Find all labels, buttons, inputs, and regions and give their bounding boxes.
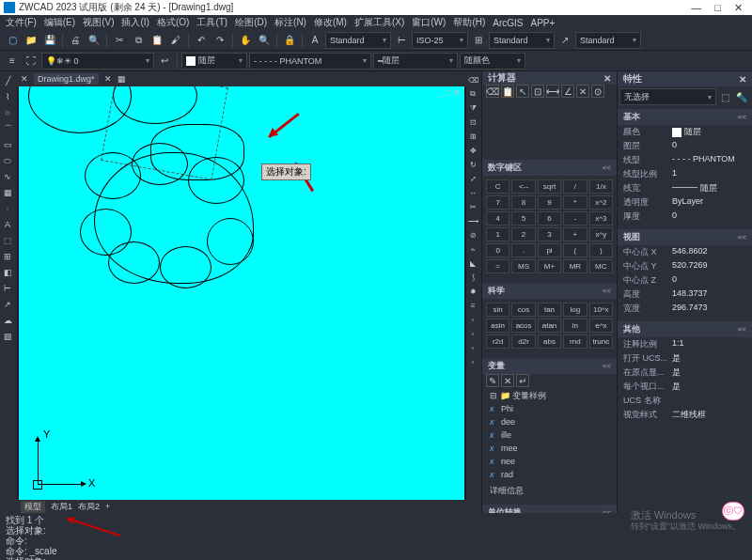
key-ln[interactable]: ln	[563, 319, 587, 333]
key-6[interactable]: 6	[538, 211, 561, 226]
ellipse-tool[interactable]: ⬭	[0, 153, 15, 168]
key-x^3[interactable]: x^3	[589, 211, 613, 226]
extend-tool[interactable]: ⟶	[466, 214, 479, 227]
stretch-tool[interactable]: ↔	[466, 186, 479, 199]
table-tool[interactable]: ⊞	[0, 249, 15, 264]
pan-button[interactable]: ✋	[237, 32, 254, 49]
dimstyle-icon[interactable]: ⊢	[393, 32, 410, 49]
prop-row[interactable]: 每个视口...是	[618, 380, 752, 394]
minimize-button[interactable]: —	[691, 2, 701, 14]
var-send-icon[interactable]: ↵	[516, 374, 529, 387]
menu-arcgis[interactable]: ArcGIS	[491, 18, 525, 28]
menu-help[interactable]: 帮助(H)	[451, 16, 487, 29]
calc-close[interactable]: ✕	[603, 73, 611, 84]
tablestyle-icon[interactable]: ⊞	[470, 32, 487, 49]
menu-tools[interactable]: 工具(T)	[195, 16, 229, 29]
prop-row[interactable]: 中心点 Y520.7269	[618, 259, 752, 273]
prop-row[interactable]: 在原点显...是	[618, 366, 752, 380]
region-tool[interactable]: ◧	[0, 265, 15, 280]
key-abs[interactable]: abs	[538, 334, 561, 349]
key-pi[interactable]: pi	[538, 243, 561, 257]
key-*[interactable]: *	[563, 195, 587, 210]
prop-row[interactable]: 线型比例1	[618, 167, 752, 181]
mleader-dropdown[interactable]: Standard	[575, 32, 641, 49]
tab-model[interactable]: 模型	[21, 501, 45, 513]
prop-row[interactable]: 厚度0	[618, 210, 752, 224]
scale-tool[interactable]: ⤢	[466, 172, 479, 185]
mleader-icon[interactable]: ↗	[556, 32, 573, 49]
var-edit-icon[interactable]: ✕	[501, 374, 514, 387]
offset-tool[interactable]: ⊡	[466, 116, 479, 129]
text-tool[interactable]: A	[0, 217, 15, 232]
selection-dropdown[interactable]: 无选择	[619, 88, 716, 105]
calc-pt-icon[interactable]: ⊡	[531, 85, 544, 98]
key-d2r[interactable]: d2r	[511, 334, 535, 349]
dim-tool[interactable]: ⊢	[0, 281, 15, 296]
doc-min[interactable]: _	[440, 88, 445, 98]
key-M+[interactable]: M+	[538, 259, 561, 273]
pickadd-icon[interactable]: 🔦	[733, 88, 750, 105]
key-7[interactable]: 7	[486, 195, 509, 210]
explode-tool[interactable]: ✸	[466, 285, 479, 298]
prop-row[interactable]: 线型- - - - PHANTOM	[618, 153, 752, 167]
var-ille[interactable]: ille	[490, 428, 609, 442]
leader-tool[interactable]: ↗	[0, 297, 15, 312]
calc-help-icon[interactable]: ✕	[576, 85, 589, 98]
dimstyle-dropdown[interactable]: ISO-25	[412, 32, 468, 49]
key-1/x[interactable]: 1/x	[589, 179, 613, 194]
key-x^2[interactable]: x^2	[589, 195, 613, 210]
key-log[interactable]: log	[563, 303, 587, 317]
new-button[interactable]: ▢	[4, 32, 21, 49]
cut-button[interactable]: ✂	[111, 32, 128, 49]
plotstyle-dropdown[interactable]: 随颜色	[460, 53, 525, 70]
prop-row[interactable]: UCS 名称	[618, 394, 752, 408]
key-<--[interactable]: <--	[511, 179, 535, 194]
more-2[interactable]: ▫	[466, 327, 479, 340]
calc-pick-icon[interactable]: ↖	[516, 85, 529, 98]
prop-row[interactable]: 宽度296.7473	[618, 302, 752, 316]
redo-button[interactable]: ↷	[212, 32, 228, 49]
props-sec-other[interactable]: 其他	[618, 321, 752, 337]
doc-max[interactable]: □	[446, 88, 451, 98]
break-tool[interactable]: ⊘	[466, 228, 479, 241]
menu-modify[interactable]: 修改(M)	[312, 16, 349, 29]
menu-draw[interactable]: 绘图(D)	[233, 16, 269, 29]
key-C[interactable]: C	[486, 179, 509, 194]
key-/[interactable]: /	[563, 179, 587, 194]
menu-view[interactable]: 视图(V)	[81, 16, 116, 29]
key-5[interactable]: 5	[511, 211, 535, 226]
menu-file[interactable]: 文件(F)	[4, 16, 39, 29]
copy-button[interactable]: ⧉	[130, 32, 147, 49]
more-1[interactable]: ▫	[466, 313, 479, 326]
menu-edit[interactable]: 编辑(E)	[42, 16, 77, 29]
key-acos[interactable]: acos	[511, 319, 535, 333]
block-tool[interactable]: ⬚	[0, 233, 15, 248]
key-9[interactable]: 9	[538, 195, 561, 210]
mirror-tool[interactable]: ⧩	[466, 101, 479, 115]
key-0[interactable]: 0	[486, 243, 509, 257]
menu-dimension[interactable]: 标注(N)	[273, 16, 308, 29]
erase-tool[interactable]: ⌫	[466, 73, 479, 86]
wipeout-tool[interactable]: ▨	[0, 329, 15, 344]
hatch-tool[interactable]: ▦	[0, 185, 15, 200]
doc-close[interactable]: ✕	[453, 88, 461, 98]
key-.[interactable]: .	[511, 243, 535, 257]
var-rad[interactable]: rad	[490, 468, 609, 481]
layer-dropdown[interactable]: 💡❄☀ 0	[41, 53, 154, 70]
key-2[interactable]: 2	[511, 227, 535, 241]
prop-row[interactable]: 打开 UCS...是	[618, 351, 752, 366]
prop-row[interactable]: 高度148.3737	[618, 288, 752, 302]
linetype-dropdown[interactable]: - - - - - PHANTOM	[249, 53, 371, 70]
preview-button[interactable]: 🔍	[86, 32, 102, 49]
polyline-tool[interactable]: ⌇	[0, 89, 15, 104]
key-x^y[interactable]: x^y	[589, 227, 613, 241]
circle-tool[interactable]: ○	[0, 105, 15, 120]
color-dropdown[interactable]: 随层	[181, 53, 247, 70]
menu-express[interactable]: 扩展工具(X)	[352, 16, 406, 29]
tab-add[interactable]: +	[105, 502, 110, 511]
key-MR[interactable]: MR	[563, 259, 587, 273]
line-tool[interactable]: ╱	[0, 73, 15, 88]
prop-row[interactable]: 透明度ByLayer	[618, 195, 752, 210]
calc-dist-icon[interactable]: ⟷	[546, 85, 559, 98]
chamfer-tool[interactable]: ◣	[466, 257, 479, 270]
